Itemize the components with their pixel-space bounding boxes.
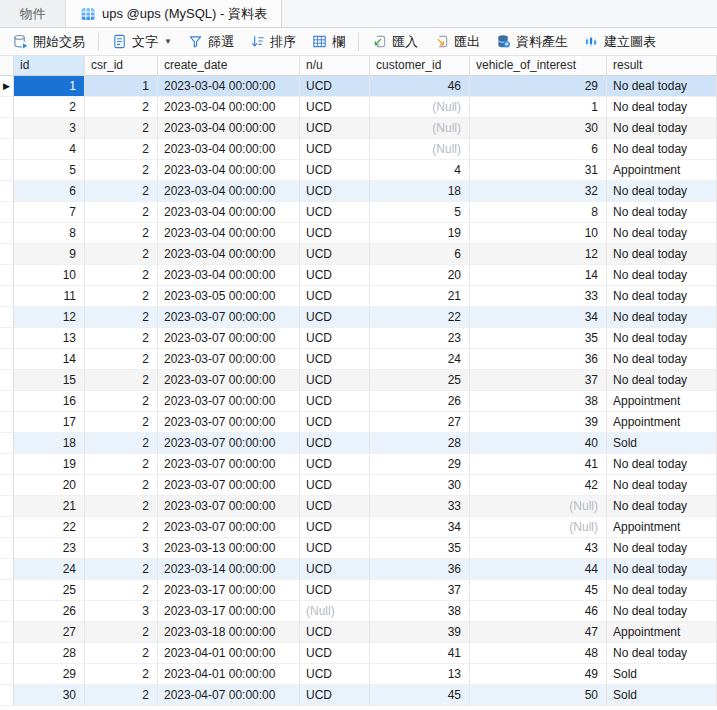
cell-csr_id[interactable]: 2 [85, 328, 158, 349]
row-selector[interactable] [0, 559, 14, 580]
cell-csr_id[interactable]: 2 [85, 580, 158, 601]
row-selector[interactable] [0, 685, 14, 706]
cell-id[interactable]: 11 [14, 286, 85, 307]
cell-customer_id[interactable]: 36 [370, 559, 470, 580]
cell-create_date[interactable]: 2023-04-01 00:00:00 [158, 664, 300, 685]
table-row[interactable]: 322023-03-04 00:00:00UCD(Null)30No deal … [0, 118, 717, 139]
cell-vehicle_of_interest[interactable]: 35 [470, 328, 607, 349]
cell-id[interactable]: 25 [14, 580, 85, 601]
row-selector[interactable] [0, 517, 14, 538]
cell-id[interactable]: 5 [14, 160, 85, 181]
column-header-n_u[interactable]: n/u [300, 56, 370, 76]
cell-customer_id[interactable]: 18 [370, 181, 470, 202]
cell-n_u[interactable]: (Null) [300, 601, 370, 622]
cell-n_u[interactable]: UCD [300, 580, 370, 601]
row-selector[interactable] [0, 391, 14, 412]
row-selector[interactable] [0, 307, 14, 328]
cell-n_u[interactable]: UCD [300, 97, 370, 118]
cell-customer_id[interactable]: 37 [370, 580, 470, 601]
cell-id[interactable]: 24 [14, 559, 85, 580]
table-row[interactable]: 2022023-03-07 00:00:00UCD3042No deal tod… [0, 475, 717, 496]
cell-customer_id[interactable]: 6 [370, 244, 470, 265]
cell-n_u[interactable]: UCD [300, 433, 370, 454]
table-row[interactable]: 1122023-03-05 00:00:00UCD2133No deal tod… [0, 286, 717, 307]
cell-customer_id[interactable]: 41 [370, 643, 470, 664]
cell-create_date[interactable]: 2023-03-04 00:00:00 [158, 223, 300, 244]
cell-result[interactable]: No deal today [607, 454, 717, 475]
column-header-id[interactable]: id [14, 56, 85, 76]
cell-n_u[interactable]: UCD [300, 244, 370, 265]
cell-id[interactable]: 10 [14, 265, 85, 286]
cell-customer_id[interactable]: 28 [370, 433, 470, 454]
row-selector[interactable] [0, 496, 14, 517]
cell-create_date[interactable]: 2023-03-04 00:00:00 [158, 265, 300, 286]
cell-vehicle_of_interest[interactable]: 8 [470, 202, 607, 223]
row-selector[interactable] [0, 97, 14, 118]
table-row[interactable]: 622023-03-04 00:00:00UCD1832No deal toda… [0, 181, 717, 202]
table-row[interactable]: 1222023-03-07 00:00:00UCD2234No deal tod… [0, 307, 717, 328]
cell-result[interactable]: No deal today [607, 307, 717, 328]
cell-id[interactable]: 17 [14, 412, 85, 433]
cell-vehicle_of_interest[interactable]: 46 [470, 601, 607, 622]
cell-vehicle_of_interest[interactable]: 48 [470, 643, 607, 664]
cell-create_date[interactable]: 2023-03-05 00:00:00 [158, 286, 300, 307]
cell-vehicle_of_interest[interactable]: 31 [470, 160, 607, 181]
row-selector[interactable] [0, 433, 14, 454]
cell-create_date[interactable]: 2023-03-17 00:00:00 [158, 580, 300, 601]
cell-csr_id[interactable]: 2 [85, 265, 158, 286]
cell-vehicle_of_interest[interactable]: 41 [470, 454, 607, 475]
cell-result[interactable]: No deal today [607, 244, 717, 265]
cell-customer_id[interactable]: 22 [370, 307, 470, 328]
table-row[interactable]: 222023-03-04 00:00:00UCD(Null)1No deal t… [0, 97, 717, 118]
column-header-csr_id[interactable]: csr_id [85, 56, 158, 76]
cell-csr_id[interactable]: 2 [85, 433, 158, 454]
cell-result[interactable]: Sold [607, 685, 717, 706]
cell-create_date[interactable]: 2023-03-07 00:00:00 [158, 475, 300, 496]
table-row[interactable]: 2722023-03-18 00:00:00UCD3947Appointment [0, 622, 717, 643]
cell-csr_id[interactable]: 2 [85, 307, 158, 328]
cell-customer_id[interactable]: (Null) [370, 118, 470, 139]
row-selector[interactable] [0, 622, 14, 643]
cell-n_u[interactable]: UCD [300, 139, 370, 160]
cell-result[interactable]: No deal today [607, 370, 717, 391]
table-row[interactable]: 722023-03-04 00:00:00UCD58No deal today [0, 202, 717, 223]
cell-create_date[interactable]: 2023-03-07 00:00:00 [158, 517, 300, 538]
table-row[interactable]: 1822023-03-07 00:00:00UCD2840Sold [0, 433, 717, 454]
cell-id[interactable]: 8 [14, 223, 85, 244]
cell-n_u[interactable]: UCD [300, 664, 370, 685]
cell-id[interactable]: 22 [14, 517, 85, 538]
columns-button[interactable]: 欄 [305, 30, 352, 54]
cell-id[interactable]: 9 [14, 244, 85, 265]
cell-n_u[interactable]: UCD [300, 76, 370, 97]
cell-result[interactable]: No deal today [607, 139, 717, 160]
cell-n_u[interactable]: UCD [300, 265, 370, 286]
cell-id[interactable]: 2 [14, 97, 85, 118]
cell-csr_id[interactable]: 2 [85, 286, 158, 307]
cell-create_date[interactable]: 2023-03-04 00:00:00 [158, 139, 300, 160]
cell-result[interactable]: No deal today [607, 265, 717, 286]
row-selector[interactable] [0, 454, 14, 475]
table-row[interactable]: 2422023-03-14 00:00:00UCD3644No deal tod… [0, 559, 717, 580]
cell-vehicle_of_interest[interactable]: 1 [470, 97, 607, 118]
cell-create_date[interactable]: 2023-03-07 00:00:00 [158, 433, 300, 454]
cell-customer_id[interactable]: 4 [370, 160, 470, 181]
cell-customer_id[interactable]: 13 [370, 664, 470, 685]
data-generation-button[interactable]: # 資料產生 [489, 30, 575, 54]
cell-result[interactable]: No deal today [607, 223, 717, 244]
cell-create_date[interactable]: 2023-03-17 00:00:00 [158, 601, 300, 622]
row-selector[interactable] [0, 349, 14, 370]
cell-id[interactable]: 14 [14, 349, 85, 370]
table-row[interactable]: 1422023-03-07 00:00:00UCD2436No deal tod… [0, 349, 717, 370]
table-row[interactable]: 1722023-03-07 00:00:00UCD2739Appointment [0, 412, 717, 433]
cell-create_date[interactable]: 2023-03-04 00:00:00 [158, 97, 300, 118]
tab-objects[interactable]: 物件 [0, 0, 66, 27]
cell-customer_id[interactable]: 25 [370, 370, 470, 391]
cell-csr_id[interactable]: 2 [85, 517, 158, 538]
cell-customer_id[interactable]: 27 [370, 412, 470, 433]
cell-result[interactable]: No deal today [607, 202, 717, 223]
sort-button[interactable]: 排序 [243, 30, 303, 54]
cell-n_u[interactable]: UCD [300, 391, 370, 412]
cell-csr_id[interactable]: 2 [85, 391, 158, 412]
cell-csr_id[interactable]: 3 [85, 538, 158, 559]
row-selector[interactable] [0, 538, 14, 559]
